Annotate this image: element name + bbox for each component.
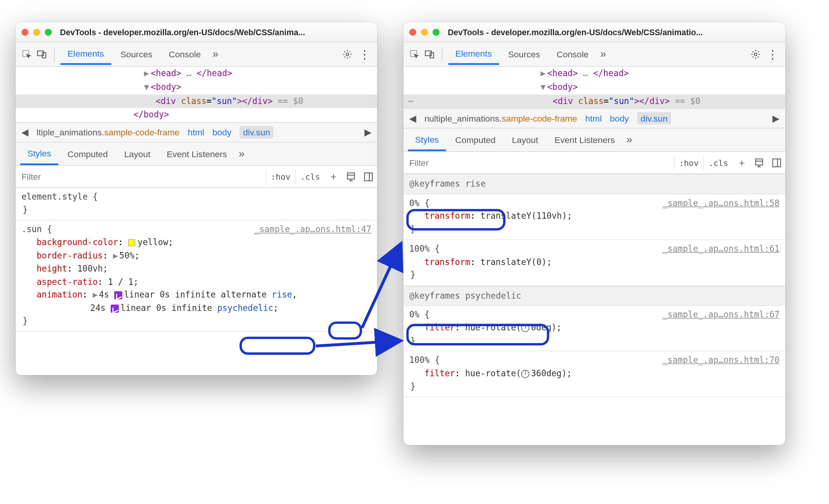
styles-panel-tabs: Styles Computed Layout Event Listeners »: [403, 128, 785, 152]
hov-toggle[interactable]: :hov: [265, 169, 295, 184]
prop-background-color[interactable]: background-color: yellow;: [21, 236, 371, 249]
crumb-body[interactable]: body: [213, 127, 232, 137]
breadcrumb[interactable]: ◀ nultiple_animations.sample-code-frame …: [403, 108, 785, 128]
kebab-menu-icon[interactable]: ⋮: [764, 47, 781, 61]
crumb-frame[interactable]: nultiple_animations.sample-code-frame: [424, 114, 577, 124]
keyframes-link-psychedelic[interactable]: psychedelic: [217, 303, 273, 312]
styles-rules: @keyframes rise 0% {_sample_.ap…ons.html…: [403, 174, 785, 397]
easing-swatch-icon[interactable]: [114, 291, 122, 299]
subtab-layout[interactable]: Layout: [117, 144, 157, 164]
new-rule-icon[interactable]: ＋: [733, 156, 751, 169]
window-title: DevTools - developer.mozilla.org/en-US/d…: [448, 27, 780, 36]
computed-toggle-icon[interactable]: [768, 158, 785, 168]
rule-source-link[interactable]: _sample_.ap…ons.html:58: [662, 197, 779, 210]
new-rule-icon[interactable]: ＋: [325, 170, 342, 183]
minimize-icon[interactable]: [33, 28, 40, 35]
prop-animation[interactable]: animation: ▶4s linear 0s infinite altern…: [21, 288, 371, 301]
zoom-icon[interactable]: [45, 28, 52, 35]
close-icon[interactable]: [21, 28, 28, 35]
prop-filter[interactable]: filter: hue-rotate(360deg);: [409, 367, 779, 380]
window-title: DevTools - developer.mozilla.org/en-US/d…: [60, 27, 371, 36]
subtab-layout[interactable]: Layout: [505, 130, 545, 150]
minimize-icon[interactable]: [421, 28, 428, 35]
keyframes-header-psychedelic: @keyframes psychedelic: [403, 286, 785, 306]
titlebar: DevTools - developer.mozilla.org/en-US/d…: [403, 22, 785, 42]
keyframes-link-rise[interactable]: rise: [272, 290, 292, 299]
chevron-right-icon[interactable]: ▶: [772, 113, 779, 124]
crumb-html[interactable]: html: [188, 127, 204, 137]
styles-panel-tabs: Styles Computed Layout Event Listeners »: [16, 143, 377, 166]
tab-console[interactable]: Console: [162, 44, 208, 63]
rule-source-link[interactable]: _sample_.ap…ons.html:70: [662, 354, 779, 367]
elements-dom-tree[interactable]: ▶<head> … </head> ▼<body> <div class="su…: [16, 67, 377, 122]
prop-transform[interactable]: transform: translateY(110vh);: [409, 210, 779, 223]
rule-element-style[interactable]: element.style {: [21, 190, 371, 203]
rule-source-link[interactable]: _sample_.ap…ons.html:47: [254, 223, 371, 236]
chevron-left-icon[interactable]: ◀: [21, 127, 28, 138]
angle-swatch-icon[interactable]: [521, 324, 529, 332]
tab-console[interactable]: Console: [549, 44, 596, 63]
hov-toggle[interactable]: :hov: [674, 156, 703, 170]
devtools-main-toolbar: Elements Sources Console » ⋮: [16, 42, 377, 67]
svg-rect-11: [773, 159, 781, 167]
tab-sources[interactable]: Sources: [113, 44, 159, 63]
easing-swatch-icon[interactable]: [111, 304, 119, 312]
breadcrumb[interactable]: ◀ ltiple_animations.sample-code-frame ht…: [16, 122, 377, 142]
tab-elements[interactable]: Elements: [448, 44, 499, 65]
cls-toggle[interactable]: .cls: [703, 156, 733, 170]
svg-rect-4: [348, 172, 354, 179]
tab-elements[interactable]: Elements: [60, 44, 111, 65]
settings-icon[interactable]: [341, 48, 354, 61]
computed-toggle-icon[interactable]: [360, 171, 377, 182]
cls-toggle[interactable]: .cls: [295, 169, 325, 184]
zoom-icon[interactable]: [432, 28, 439, 35]
tab-sources[interactable]: Sources: [501, 44, 547, 63]
device-toggle-icon[interactable]: [423, 48, 436, 61]
prop-animation-line2[interactable]: 24s linear 0s infinite psychedelic;: [21, 301, 371, 314]
rule-sun-selector[interactable]: .sun {: [21, 223, 52, 236]
color-swatch-icon[interactable]: [128, 239, 135, 246]
prop-border-radius[interactable]: border-radius: ▶50%;: [21, 249, 371, 262]
subtab-styles[interactable]: Styles: [20, 143, 58, 165]
svg-point-9: [754, 53, 757, 55]
more-subtabs-icon[interactable]: »: [624, 134, 634, 146]
angle-swatch-icon[interactable]: [521, 370, 529, 378]
crumb-frame[interactable]: ltiple_animations.sample-code-frame: [37, 127, 180, 137]
styles-filter-bar: Filter :hov .cls ＋: [16, 166, 377, 188]
close-icon[interactable]: [409, 28, 416, 35]
more-tabs-icon[interactable]: »: [210, 48, 221, 60]
elements-dom-tree[interactable]: ▶<head> … </head> ▼<body> ⋯<div class="s…: [403, 67, 785, 108]
crumb-html[interactable]: html: [585, 114, 602, 124]
chevron-left-icon[interactable]: ◀: [409, 113, 416, 124]
crumb-body[interactable]: body: [610, 114, 629, 124]
kebab-menu-icon[interactable]: ⋮: [356, 47, 372, 61]
inspect-icon[interactable]: [408, 48, 421, 61]
device-toggle-icon[interactable]: [36, 48, 49, 61]
svg-rect-2: [42, 52, 46, 58]
prop-filter[interactable]: filter: hue-rotate(0deg);: [409, 321, 779, 334]
more-subtabs-icon[interactable]: »: [236, 148, 247, 160]
prop-height[interactable]: height: 100vh;: [21, 262, 371, 275]
svg-point-3: [346, 53, 349, 55]
rendering-emulation-icon[interactable]: [750, 158, 768, 168]
settings-icon[interactable]: [749, 48, 762, 61]
subtab-computed[interactable]: Computed: [60, 144, 115, 164]
subtab-event-listeners[interactable]: Event Listeners: [160, 144, 234, 164]
chevron-right-icon[interactable]: ▶: [364, 127, 371, 138]
rule-source-link[interactable]: _sample_.ap…ons.html:67: [662, 308, 779, 321]
crumb-div-sun[interactable]: div.sun: [239, 126, 273, 138]
prop-transform[interactable]: transform: translateY(0);: [409, 255, 779, 268]
filter-input[interactable]: Filter: [403, 154, 674, 171]
subtab-styles[interactable]: Styles: [408, 129, 446, 151]
devtools-main-toolbar: Elements Sources Console » ⋮: [403, 42, 785, 67]
more-tabs-icon[interactable]: »: [598, 48, 608, 60]
inspect-icon[interactable]: [20, 48, 33, 61]
prop-aspect-ratio[interactable]: aspect-ratio: 1 / 1;: [21, 275, 371, 288]
rule-source-link[interactable]: _sample_.ap…ons.html:61: [662, 242, 779, 255]
subtab-computed[interactable]: Computed: [448, 130, 502, 150]
rendering-emulation-icon[interactable]: [342, 171, 360, 182]
subtab-event-listeners[interactable]: Event Listeners: [548, 130, 622, 150]
crumb-div-sun[interactable]: div.sun: [637, 112, 671, 125]
titlebar: DevTools - developer.mozilla.org/en-US/d…: [16, 22, 377, 42]
filter-input[interactable]: Filter: [16, 168, 266, 185]
